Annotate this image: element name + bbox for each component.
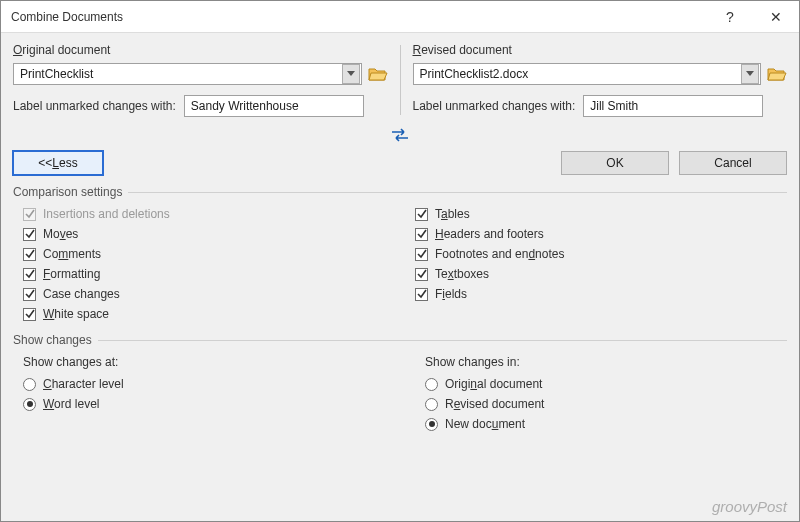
revised-document-value: PrintChecklist2.docx	[414, 67, 741, 81]
checkbox-label: Fields	[435, 287, 467, 301]
revised-document-group: Revised document PrintChecklist2.docx	[413, 43, 788, 117]
comparison-right-col: TablesHeaders and footersFootnotes and e…	[415, 207, 787, 321]
radio-icon	[23, 378, 36, 391]
checkbox-icon	[415, 228, 428, 241]
close-button[interactable]: ✕	[753, 1, 799, 33]
comparison-left-col: Insertions and deletionsMovesCommentsFor…	[23, 207, 395, 321]
radio-option[interactable]: Revised document	[425, 397, 787, 411]
help-button[interactable]: ?	[707, 1, 753, 33]
checkbox-option[interactable]: Case changes	[23, 287, 395, 301]
checkbox-label: Footnotes and endnotes	[435, 247, 564, 261]
radio-label: Revised document	[445, 397, 544, 411]
radio-icon	[23, 398, 36, 411]
dialog-window: Combine Documents ? ✕ Original document …	[0, 0, 800, 522]
checkbox-label: Insertions and deletions	[43, 207, 170, 221]
original-author-row: Label unmarked changes with:	[13, 95, 388, 117]
radio-icon	[425, 378, 438, 391]
checkbox-option[interactable]: Comments	[23, 247, 395, 261]
original-author-input[interactable]	[184, 95, 364, 117]
chevron-down-icon[interactable]	[342, 64, 360, 84]
comparison-settings: Insertions and deletionsMovesCommentsFor…	[13, 201, 787, 323]
checkbox-icon	[23, 228, 36, 241]
radio-option[interactable]: Original document	[425, 377, 787, 391]
checkbox-option[interactable]: Textboxes	[415, 267, 787, 281]
folder-open-icon[interactable]	[767, 65, 787, 83]
show-changes-in-label: Show changes in:	[425, 355, 787, 369]
checkbox-label: Case changes	[43, 287, 120, 301]
original-label: Original document	[13, 43, 388, 57]
checkbox-icon	[23, 208, 36, 221]
radio-label: New document	[445, 417, 525, 431]
ok-button[interactable]: OK	[561, 151, 669, 175]
checkbox-icon	[415, 268, 428, 281]
checkbox-label: White space	[43, 307, 109, 321]
show-changes-header: Show changes	[13, 333, 787, 347]
checkbox-option[interactable]: Fields	[415, 287, 787, 301]
less-button[interactable]: << Less	[13, 151, 103, 175]
checkbox-option[interactable]: Headers and footers	[415, 227, 787, 241]
swap-row	[13, 125, 787, 145]
radio-option[interactable]: Character level	[23, 377, 385, 391]
checkbox-label: Moves	[43, 227, 78, 241]
checkbox-icon	[23, 248, 36, 261]
revised-label-with: Label unmarked changes with:	[413, 99, 576, 113]
checkbox-label: Textboxes	[435, 267, 489, 281]
radio-option[interactable]: Word level	[23, 397, 385, 411]
button-row: << Less OK Cancel	[13, 151, 787, 175]
checkbox-option[interactable]: Moves	[23, 227, 395, 241]
revised-combo-row: PrintChecklist2.docx	[413, 63, 788, 85]
revised-author-input[interactable]	[583, 95, 763, 117]
divider	[400, 45, 401, 115]
show-changes-in-group: Show changes in: Original documentRevise…	[425, 355, 787, 431]
dialog-content: Original document PrintChecklist	[1, 33, 799, 521]
checkbox-icon	[23, 308, 36, 321]
folder-open-icon[interactable]	[368, 65, 388, 83]
checkbox-label: Headers and footers	[435, 227, 544, 241]
checkbox-icon	[23, 268, 36, 281]
checkbox-icon	[415, 248, 428, 261]
checkbox-label: Tables	[435, 207, 470, 221]
titlebar: Combine Documents ? ✕	[1, 1, 799, 33]
checkbox-icon	[415, 288, 428, 301]
checkbox-icon	[23, 288, 36, 301]
show-changes-at-group: Show changes at: Character levelWord lev…	[23, 355, 385, 431]
checkbox-option[interactable]: Formatting	[23, 267, 395, 281]
checkbox-option[interactable]: White space	[23, 307, 395, 321]
watermark: groovyPost	[712, 498, 787, 515]
revised-label: Revised document	[413, 43, 788, 57]
original-document-value: PrintChecklist	[14, 67, 341, 81]
documents-row: Original document PrintChecklist	[13, 43, 787, 117]
checkbox-option: Insertions and deletions	[23, 207, 395, 221]
radio-label: Original document	[445, 377, 542, 391]
checkbox-label: Comments	[43, 247, 101, 261]
original-label-with: Label unmarked changes with:	[13, 99, 176, 113]
show-changes-at-label: Show changes at:	[23, 355, 385, 369]
radio-icon	[425, 418, 438, 431]
checkbox-option[interactable]: Tables	[415, 207, 787, 221]
checkbox-icon	[415, 208, 428, 221]
revised-document-combo[interactable]: PrintChecklist2.docx	[413, 63, 762, 85]
original-document-combo[interactable]: PrintChecklist	[13, 63, 362, 85]
cancel-button[interactable]: Cancel	[679, 151, 787, 175]
checkbox-label: Formatting	[43, 267, 100, 281]
swap-icon[interactable]	[386, 125, 414, 145]
radio-icon	[425, 398, 438, 411]
chevron-down-icon[interactable]	[741, 64, 759, 84]
comparison-settings-header: Comparison settings	[13, 185, 787, 199]
original-document-group: Original document PrintChecklist	[13, 43, 388, 117]
radio-label: Word level	[43, 397, 99, 411]
window-title: Combine Documents	[11, 10, 707, 24]
original-combo-row: PrintChecklist	[13, 63, 388, 85]
checkbox-option[interactable]: Footnotes and endnotes	[415, 247, 787, 261]
show-changes-row: Show changes at: Character levelWord lev…	[13, 349, 787, 431]
revised-author-row: Label unmarked changes with:	[413, 95, 788, 117]
radio-option[interactable]: New document	[425, 417, 787, 431]
radio-label: Character level	[43, 377, 124, 391]
